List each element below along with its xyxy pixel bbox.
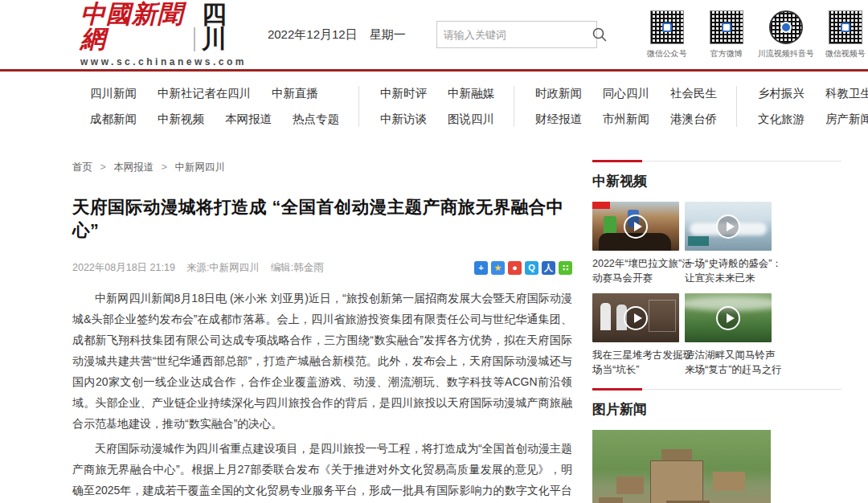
play-icon[interactable]: [716, 215, 740, 239]
renren-icon[interactable]: 人: [542, 261, 555, 275]
nav-item[interactable]: 四川新闻: [90, 86, 137, 101]
nav-item[interactable]: 中新视频: [158, 112, 204, 127]
sidebar: 中新视频 2022年“壤巴拉文旅”活动赛马会开赛 一场“史诗般的盛会”：让: [592, 161, 841, 503]
breadcrumb-home[interactable]: 首页: [72, 162, 92, 173]
video-caption[interactable]: 2022年“壤巴拉文旅”活动赛马会开赛: [592, 256, 695, 285]
section-divider: [592, 161, 841, 162]
logo-divider: [194, 27, 195, 51]
photo-news-section: 图片新闻: [592, 389, 841, 503]
qr-code-image: [710, 10, 743, 44]
search-input[interactable]: [437, 29, 592, 41]
nav-item[interactable]: 市州新闻: [603, 112, 649, 127]
nav-item[interactable]: 本网报道: [225, 112, 272, 127]
article-body: 中新网四川新闻8月18日电 (米小米 刘亚男)近日，“旅投创新第一届招商发展大会…: [72, 288, 572, 503]
video-section-title: 中新视频: [592, 172, 841, 190]
nav-item[interactable]: 财经报道: [535, 112, 582, 127]
photo-section-title: 图片新闻: [592, 400, 841, 419]
video-badge: [592, 202, 610, 209]
weibo-icon[interactable]: ●: [508, 261, 522, 275]
nav-item[interactable]: 成都新闻: [90, 112, 137, 127]
share-more-icon[interactable]: +: [474, 261, 488, 275]
article-editor: 编辑:韩金雨: [271, 261, 324, 275]
qr-label: 微信公众号: [647, 48, 687, 59]
video-caption[interactable]: 一场“史诗般的盛会”：让宜宾未来已来: [685, 256, 788, 285]
nav-group-1: 四川新闻 中新社记者在四川 中新直播 成都新闻 中新视频 本网报道 热点专题: [90, 86, 358, 127]
qr-code-image: [829, 10, 862, 44]
nav-group-3: 时政新闻 同心四川 社会民生 财经报道 市州新闻 港澳台侨: [514, 86, 736, 127]
nav-item[interactable]: 科教卫生: [825, 86, 868, 101]
video-item-3[interactable]: 我在三星堆考古发掘现场当“坑长”: [592, 293, 685, 377]
breadcrumb-separator: >: [100, 162, 105, 173]
current-date: 2022年12月12日 星期一: [268, 27, 406, 43]
nav-item[interactable]: 时政新闻: [535, 86, 582, 101]
video-caption[interactable]: 泸沽湖畔又闻马铃声 来场“复古”的赶马之行: [685, 348, 788, 377]
qr-label: 官方微博: [710, 48, 743, 59]
nav-item[interactable]: 中新访谈: [380, 112, 427, 127]
video-thumbnail[interactable]: [592, 293, 679, 342]
nav-item[interactable]: 中新社记者在四川: [158, 86, 251, 101]
article-date: 2022年08月18日 21:19: [72, 261, 175, 275]
nav-item[interactable]: 同心四川: [603, 86, 649, 101]
logo-cn-text: 中國新聞網: [80, 2, 186, 51]
site-header: 中國新聞網 四川 www.sc.chinanews.com 2022年12月12…: [0, 0, 868, 72]
play-icon[interactable]: [716, 306, 740, 330]
play-icon[interactable]: [624, 306, 648, 330]
main-nav: 四川新闻 中新社记者在四川 中新直播 成都新闻 中新视频 本网报道 热点专题 中…: [0, 72, 868, 138]
search-box: [436, 21, 597, 48]
article-meta: 2022年08月18日 21:19 来源:中新网四川 编辑:韩金雨 + ★ ● …: [72, 261, 572, 275]
breadcrumb-separator: >: [162, 162, 167, 173]
video-item-4[interactable]: 泸沽湖畔又闻马铃声 来场“复古”的赶马之行: [685, 293, 777, 377]
breadcrumb-section[interactable]: 本网报道: [113, 162, 154, 173]
article-paragraph: 中新网四川新闻8月18日电 (米小米 刘亚男)近日，“旅投创新第一届招商发展大会…: [72, 288, 572, 434]
site-url: www.sc.chinanews.com: [80, 56, 247, 67]
qr-code-image: [769, 10, 803, 44]
nav-item[interactable]: 港澳台侨: [670, 112, 717, 127]
video-thumbnail[interactable]: [685, 202, 772, 251]
video-thumbnail[interactable]: [685, 293, 772, 342]
search-icon[interactable]: [592, 22, 608, 47]
qzone-icon[interactable]: ★: [491, 261, 505, 275]
article-title: 天府国际动漫城将打造成 “全国首创动漫主题产商旅无界融合中心”: [72, 195, 572, 242]
logo-region-text: 四川: [202, 2, 247, 51]
nav-item[interactable]: 房产新闻: [825, 112, 868, 127]
nav-item[interactable]: 热点专题: [293, 112, 339, 127]
video-news-section: 中新视频 2022年“壤巴拉文旅”活动赛马会开赛 一场“史诗般的盛会”：让: [592, 161, 841, 378]
nav-item[interactable]: 中新时评: [380, 86, 427, 101]
nav-item[interactable]: 图说四川: [448, 112, 494, 127]
qr-label: 川流视频抖音号: [758, 48, 814, 59]
breadcrumb-site[interactable]: 中新网四川: [175, 162, 226, 173]
nav-item[interactable]: 中新融媒: [448, 86, 494, 101]
qr-wechat-video: 微信视频号: [822, 10, 868, 59]
share-bar: + ★ ● Q 人 ∷: [474, 261, 572, 275]
qr-code-group: 微信公众号 官方微博 川流视频抖音号 微信视频号: [644, 10, 868, 59]
qr-douyin: 川流视频抖音号: [763, 10, 809, 59]
article-paragraph: 天府国际动漫城作为四川省重点建设项目，是四川旅投一号工程，将打造成为“全国首创动…: [72, 438, 572, 503]
video-item-1[interactable]: 2022年“壤巴拉文旅”活动赛马会开赛: [592, 202, 685, 285]
article-source: 来源:中新网四川: [186, 261, 260, 275]
qr-wechat-official: 微信公众号: [644, 10, 690, 59]
video-thumbnail[interactable]: [592, 202, 679, 251]
nav-item[interactable]: 文化旅游: [758, 112, 805, 127]
nav-group-4: 乡村振兴 科教卫生 娱乐体育 文化旅游 房产新闻 生活服务: [736, 86, 868, 127]
wechat-share-icon[interactable]: ∷: [559, 261, 572, 275]
video-caption[interactable]: 我在三星堆考古发掘现场当“坑长”: [592, 348, 695, 377]
nav-item[interactable]: 中新直播: [272, 86, 318, 101]
photo-news-image[interactable]: [592, 430, 771, 503]
site-logo[interactable]: 中國新聞網 四川 www.sc.chinanews.com: [80, 2, 247, 67]
tencent-weibo-icon[interactable]: Q: [525, 261, 538, 275]
nav-group-2: 中新时评 中新融媒 中新访谈 图说四川: [358, 86, 514, 127]
play-icon[interactable]: [624, 215, 648, 239]
breadcrumb: 首页 > 本网报道 > 中新网四川: [72, 161, 572, 174]
qr-weibo-official: 官方微博: [703, 10, 750, 59]
nav-item[interactable]: 乡村振兴: [758, 86, 805, 101]
qr-code-image: [650, 10, 684, 44]
nav-item[interactable]: 社会民生: [670, 86, 717, 101]
video-item-2[interactable]: 一场“史诗般的盛会”：让宜宾未来已来: [685, 202, 777, 285]
qr-label: 微信视频号: [825, 48, 866, 59]
section-divider: [592, 389, 841, 390]
article-main: 首页 > 本网报道 > 中新网四川 天府国际动漫城将打造成 “全国首创动漫主题产…: [72, 161, 572, 503]
